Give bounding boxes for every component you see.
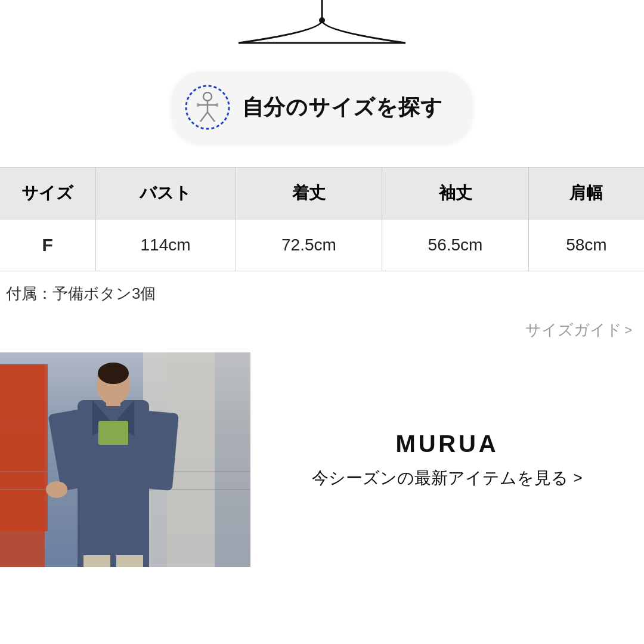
hanger-icon [179,0,465,48]
col-header-length: 着丈 [236,168,382,219]
svg-rect-26 [83,555,110,567]
size-finder-icon-wrap [184,83,231,131]
size-guide-label: サイズガイド [525,320,622,340]
svg-point-19 [98,363,129,384]
hanger-section [0,0,644,48]
chevron-right-brand-icon: > [573,469,582,487]
col-header-bust: バスト [95,168,236,219]
size-finder-button[interactable]: 自分のサイズを探す [172,72,472,143]
cell-bust: 114cm [95,219,236,271]
cell-length: 72.5cm [236,219,382,271]
brand-link-text: 今シーズンの最新アイテムを見る [312,467,568,490]
svg-rect-11 [0,364,45,567]
svg-rect-20 [106,397,120,406]
brand-section: MURUA 今シーズンの最新アイテムを見る > [0,352,644,567]
size-guide-link[interactable]: サイズガイド > [525,320,632,340]
person-icon [196,92,219,123]
accessory-note: 付属：予備ボタン3個 [0,271,644,310]
size-table-section: サイズ バスト 着丈 袖丈 肩幅 F 114cm 72.5cm 56.5cm 5… [0,167,644,271]
cell-shoulder: 58cm [528,219,644,271]
table-header-row: サイズ バスト 着丈 袖丈 肩幅 [0,168,644,219]
svg-rect-23 [140,411,179,491]
brand-image [0,352,250,567]
col-header-size: サイズ [0,168,95,219]
svg-point-4 [203,92,212,101]
size-table: サイズ バスト 着丈 袖丈 肩幅 F 114cm 72.5cm 56.5cm 5… [0,167,644,271]
svg-point-24 [46,481,67,498]
svg-line-8 [208,112,215,122]
svg-line-7 [200,112,208,122]
svg-rect-21 [98,421,128,445]
cell-sleeve: 56.5cm [382,219,529,271]
col-header-shoulder: 肩幅 [528,168,644,219]
size-guide-row: サイズガイド > [0,310,644,346]
coat-figure-svg [0,352,250,567]
svg-rect-27 [116,555,143,567]
brand-info: MURUA 今シーズンの最新アイテムを見る > [250,352,644,567]
cell-size: F [0,219,95,271]
col-header-sleeve: 袖丈 [382,168,529,219]
brand-link[interactable]: 今シーズンの最新アイテムを見る > [312,467,582,490]
brand-image-bg [0,352,250,567]
size-finder-label: 自分のサイズを探す [242,93,442,122]
size-finder-section: 自分のサイズを探す [0,48,644,161]
svg-rect-12 [167,352,250,567]
table-row: F 114cm 72.5cm 56.5cm 58cm [0,219,644,271]
chevron-right-icon: > [624,323,632,338]
brand-name: MURUA [396,431,499,457]
